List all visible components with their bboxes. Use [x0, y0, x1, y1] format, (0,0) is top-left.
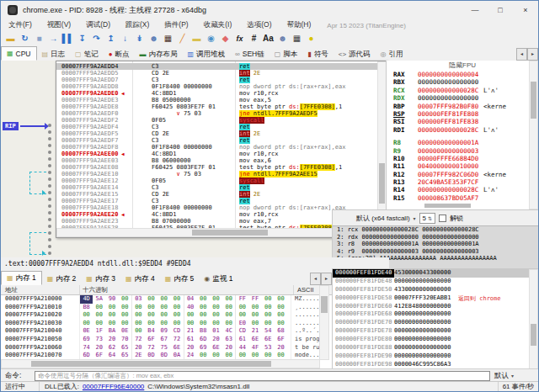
register-row[interactable]: RCX000000000000028CL'ʌ' [387, 87, 538, 94]
tab-scroll-right-icon[interactable]: ▸ [527, 48, 538, 61]
dump-row[interactable]: 00007FFF9A210010B80000000000000040000000… [1, 304, 332, 312]
dump-vscrollbar[interactable] [319, 285, 329, 360]
disasm-row[interactable]: 00007FFF9A2AEDD4C3ret [56, 63, 387, 70]
tab-dump1[interactable]: ▦内存 1 [1, 271, 42, 285]
stack-row[interactable]: 000000FEF81FDE700000000000000000 [333, 319, 538, 327]
arg-row[interactable]: 4: r9 0000000000000003 0000000000000003 [333, 248, 538, 256]
breakpoint-dot[interactable] [48, 177, 51, 181]
register-row[interactable]: RDX0000000000000000 [387, 94, 538, 102]
register-row[interactable]: R15000008637BD05AF7 [387, 194, 538, 202]
tab-watch1[interactable]: ◉监视 1 [199, 273, 237, 285]
step-out-icon[interactable]: ↥ [104, 32, 118, 45]
disasm-hscroll-thumb[interactable] [192, 230, 268, 236]
dump-hscrollbar[interactable] [1, 359, 320, 368]
disasm-row[interactable]: 00007FFF9A2AEE120F05syscall [56, 177, 387, 184]
dump-row[interactable]: 00007FFF9A2100004D5A90000300000004000000… [1, 295, 332, 304]
open-file-icon[interactable]: ▬ [3, 32, 18, 45]
disasm-row[interactable]: 00007FFF9A2AEDF80F1F8400 00000000nop dwo… [56, 144, 387, 151]
lightbulb-icon[interactable]: ● [304, 32, 318, 45]
stack-vscrollbar[interactable] [529, 269, 538, 369]
disasm-row[interactable]: 00007FFF9A2AEE00 ◀4C:8BD1mov r10,rcx [56, 151, 387, 157]
menu-item[interactable]: 文件(F) [1, 20, 40, 30]
register-row[interactable]: RDI000000000000028CL'ʌ' [387, 126, 538, 134]
tab-dump3[interactable]: ▦内存 3 [81, 273, 120, 285]
stack-row[interactable]: 000000FEF81FDE800000000000000000 [333, 336, 538, 344]
breakpoint-dot[interactable] [48, 218, 51, 221]
restart-icon[interactable]: ↻ [18, 32, 32, 45]
tab-log[interactable]: ▤日志 [37, 48, 71, 61]
disasm-row[interactable]: 00007FFF9A2AEE15CD 2Eint 2E [56, 191, 387, 198]
dump-row[interactable]: 00007FFF9A210060742062652072756E20696E20… [1, 344, 332, 352]
registers-view[interactable]: 隐藏FPU RAX0000000000000004RBX000000000000… [386, 61, 538, 209]
run-icon[interactable]: → [46, 32, 61, 45]
stack-row[interactable]: 000000FEF81FDE60412E848000000000 [333, 303, 538, 311]
register-row[interactable]: R90000000000000003 [387, 147, 538, 155]
execute-till-return-icon[interactable]: ↡ [132, 32, 147, 45]
breakpoint-dot[interactable] [48, 130, 51, 134]
stack-row[interactable]: 000000FEF81FDE680000000000000000 [333, 310, 538, 319]
log-icon[interactable]: ▦ [161, 32, 175, 45]
dump-row[interactable]: 00007FFF9A210030000000000000000000000000… [1, 320, 332, 328]
breakpoint-dot[interactable] [48, 252, 51, 255]
disasm-row[interactable]: 00007FFF9A2AEE10 ∨ 75 03jne ntdll.7FFF9A… [56, 171, 387, 177]
minimize-button[interactable]: — [462, 1, 488, 19]
tab-scroll-left-icon[interactable]: ◂ [516, 48, 527, 61]
hash-icon[interactable]: # [247, 32, 261, 45]
tab-call-stack[interactable]: ▥调用堆栈 [182, 48, 230, 61]
registers-vscrollbar[interactable] [529, 61, 538, 209]
breakpoint-dot[interactable] [48, 151, 51, 154]
dump-vscroll-thumb[interactable] [321, 296, 328, 313]
command-input[interactable] [35, 371, 490, 381]
disasm-row[interactable]: 00007FFF9A2AEDF7C3ret [56, 137, 387, 144]
disasm-vscroll-thumb[interactable] [379, 163, 385, 204]
step-into-icon[interactable]: ↧ [75, 32, 89, 45]
breakpoint-dot[interactable] [48, 231, 51, 235]
register-row[interactable]: RAX0000000000000004 [387, 71, 538, 78]
fx-icon[interactable]: fx [232, 32, 247, 45]
arg-count-spinner[interactable]: 5⇅ [419, 213, 435, 224]
breakpoint-dot[interactable] [48, 245, 51, 248]
tab-symbols[interactable]: ▮符号 [302, 48, 333, 61]
hide-fpu-button[interactable]: 隐藏FPU [387, 61, 538, 71]
eraser-icon[interactable]: ◆ [218, 32, 232, 45]
disasm-row[interactable]: 00007FFF9A2AEDD80F1F8400 00000000nop dwo… [56, 83, 387, 90]
dump-row[interactable]: 00007FFF9A210020000000000000000000000000… [1, 311, 332, 320]
register-row[interactable]: R1320C49BA5E353F7CF [387, 178, 538, 186]
register-row[interactable]: RBP00007FFF982B0F80<kerne [387, 103, 538, 110]
stop-icon[interactable]: ■ [32, 32, 46, 45]
breakpoint-dot[interactable] [48, 157, 51, 161]
menu-item[interactable]: 调试(D) [78, 20, 118, 30]
menu-item[interactable]: 选项(O) [239, 20, 279, 30]
disasm-row[interactable]: 00007FFF9A2AEE17C3ret [56, 198, 387, 204]
stack-row[interactable]: 000000FEF81FDE780000000000000000 [333, 327, 538, 336]
edit-icon[interactable]: ╱ [175, 32, 189, 45]
register-row[interactable]: R1000000FFFE66884D0 [387, 155, 538, 162]
registers-vscroll-thumb[interactable] [531, 82, 536, 119]
tab-dump2[interactable]: ▦内存 2 [42, 273, 82, 285]
font-icon[interactable]: Aa [261, 32, 275, 45]
disasm-row[interactable]: 00007FFF9A2AEDE8F60425 0803FE7F 01test b… [56, 103, 387, 110]
dump-hscroll-thumb[interactable] [31, 361, 271, 367]
breakpoint-dot[interactable] [48, 137, 51, 140]
stack-row[interactable]: 000000FEF81FDE880000000000000000 [333, 344, 538, 352]
tab-script[interactable]: ▢脚本 [270, 48, 303, 61]
disasm-row[interactable]: 00007FFF9A2AEE14C3ret [56, 184, 387, 191]
arg-row[interactable]: 3: r8 000000000000001A 000000000000001A [333, 241, 538, 248]
breakpoint-dot[interactable] [48, 204, 51, 208]
disasm-row[interactable]: 00007FFF9A2AEDF5CD 2Eint 2E [56, 130, 387, 137]
tab-breakpoints[interactable]: ●断点 [104, 48, 135, 61]
threads-icon[interactable]: ☻ [275, 32, 290, 45]
step-over-icon[interactable]: ↷ [89, 32, 104, 45]
arg-row[interactable]: 2: rdx 0000000000000000 0000000000000000 [333, 234, 538, 241]
stack-row[interactable]: 000000FEF81FDE404530000043300000 [333, 269, 538, 278]
dump-row[interactable]: 00007FFF9A2100400E1FBA0E00B409CD21B8014C… [1, 327, 332, 336]
arg-row[interactable]: 1: rcx 000000000000028C 000000000000028C [333, 226, 538, 234]
pause-icon[interactable]: ▌▌ [61, 32, 75, 45]
menu-item[interactable]: 视图(V) [40, 20, 78, 30]
register-row[interactable]: RBX0000000000000000 [387, 78, 538, 86]
breakpoint-dot[interactable] [48, 124, 51, 127]
menu-item[interactable]: 收藏夹(I) [196, 20, 240, 30]
menu-item[interactable]: 帮助(H) [280, 20, 319, 30]
menu-item[interactable]: 插件(P) [157, 20, 195, 30]
disasm-row[interactable]: 00007FFF9A2AEDD5CD 2Eint 2E [56, 70, 387, 77]
